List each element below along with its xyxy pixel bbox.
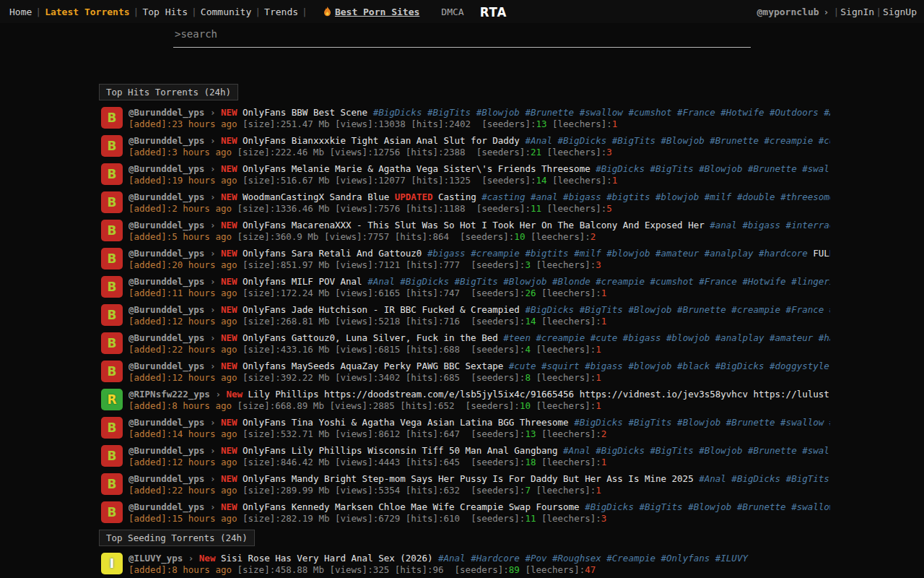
nav-top-hits[interactable]: Top Hits <box>139 7 191 17</box>
search-input[interactable]: >search <box>175 28 217 40</box>
torrent-tags[interactable]: #cute #squirt #bigass #blowjob #black #B… <box>509 361 830 371</box>
torrent-row[interactable]: B@Burunddel_yps › NEW OnlyFans Kennedy M… <box>101 501 924 525</box>
torrent-user[interactable]: @Burunddel_yps <box>128 361 204 371</box>
torrent-user[interactable]: @Burunddel_yps <box>128 445 204 456</box>
user-avatar[interactable]: R <box>101 389 123 410</box>
torrent-row[interactable]: R@RIPNsfw222_yps › New Lily Phillips htt… <box>101 389 924 412</box>
torrent-title[interactable]: OnlyFans MacarenaXXX - This Slut Was So … <box>243 220 705 230</box>
user-avatar[interactable]: B <box>101 417 123 439</box>
torrent-title[interactable]: OnlyFans Mandy Bright Step-mom Says Her … <box>243 473 694 484</box>
torrent-row[interactable]: B@Burunddel_yps › NEW OnlyFans Lily Phil… <box>101 445 924 468</box>
torrent-title[interactable]: OnlyFans Kennedy Marksen Chloe Mae Wife … <box>243 501 580 512</box>
torrent-tags[interactable]: #BigDicks #BigTits #Blowjob #Brunette #s… <box>585 501 830 512</box>
torrent-title[interactable]: Onlyfans MaySeeds AquaZay Perky PAWG BBC… <box>243 361 503 371</box>
torrent-title[interactable]: OnlyFans Gattouz0, Luna Silver, Fuck in … <box>243 332 498 343</box>
best-porn-sites-link[interactable]: Best Porn Sites <box>323 7 419 17</box>
site-brand[interactable]: @mypornclub <box>757 7 819 17</box>
torrent-tags[interactable]: #Anal #BigDicks #BigTits #Blowjob #Blond… <box>367 276 830 287</box>
user-avatar[interactable]: B <box>101 163 123 185</box>
torrent-title[interactable]: OnlyFans Jade Hutchison - IR BBC Fucked … <box>243 304 520 315</box>
torrent-user[interactable]: @Burunddel_yps <box>128 332 204 343</box>
user-avatar[interactable]: B <box>101 276 123 298</box>
torrent-row[interactable]: B@Burunddel_yps › NEW OnlyFans Melanie M… <box>101 163 924 186</box>
torrent-title[interactable]: WoodmanCastingX Sandra Blue <box>243 191 389 202</box>
torrent-title[interactable]: OnlyFans BBW Best Scene <box>243 107 367 118</box>
nav-trends[interactable]: Trends <box>261 7 302 17</box>
torrent-user[interactable]: @Burunddel_yps <box>128 276 204 287</box>
user-avatar[interactable]: B <box>101 332 123 354</box>
torrent-user[interactable]: @Burunddel_yps <box>128 501 204 512</box>
user-avatar[interactable]: B <box>101 220 123 241</box>
torrent-tags[interactable]: #bigass #creampie #bigtits #milf #blowjo… <box>427 248 808 259</box>
torrent-user[interactable]: @Burunddel_yps <box>128 220 204 230</box>
stat-leechers-value: 1 <box>601 288 607 298</box>
torrent-row[interactable]: B@Burunddel_yps › NEW OnlyFans Tina Yosh… <box>101 417 924 440</box>
torrent-row[interactable]: B@Burunddel_yps › NEW WoodmanCastingX Sa… <box>101 191 924 215</box>
torrent-user[interactable]: @Burunddel_yps <box>128 473 204 484</box>
torrent-title[interactable]: Onlyfans MILF POV Anal <box>243 276 362 287</box>
torrent-row[interactable]: B@Burunddel_yps › NEW OnlyFans Gattouz0,… <box>101 332 924 355</box>
torrent-stats-line: [added]:8 hours ago [size]:458.88 Mb [vi… <box>128 564 830 576</box>
torrent-user[interactable]: @Burunddel_yps <box>128 135 204 146</box>
torrent-title[interactable]: Onlyfans Sara Retali And Gattouz0 <box>243 248 422 259</box>
torrent-title[interactable]: OnlyFans Bianxxxkie Tight Asian Anal Slu… <box>243 135 520 146</box>
torrent-title[interactable]: Sisi Rose Has Very Hard Anal Sex (2026) <box>221 553 433 564</box>
user-avatar[interactable]: B <box>101 304 123 326</box>
torrent-title[interactable]: OnlyFans Lily Phillips Wisconsin Tiff 50… <box>243 445 558 456</box>
torrent-tags[interactable]: #BigDicks #BigTits #Blowjob #Brunette #s… <box>373 107 830 118</box>
torrent-tags[interactable]: #teen #creampie #cute #bigass #blowjob #… <box>503 332 830 343</box>
user-avatar[interactable]: B <box>101 191 123 213</box>
torrent-tags[interactable]: #BigDicks #BigTits #Blowjob #Brunette #s… <box>574 417 830 428</box>
stat-seeders-label: [seeders]: <box>471 316 525 327</box>
user-avatar[interactable]: B <box>101 445 123 467</box>
torrent-row[interactable]: B@Burunddel_yps › NEW OnlyFans Bianxxxki… <box>101 135 924 158</box>
stat-leechers-label: [leechers]: <box>541 288 601 298</box>
user-avatar[interactable]: B <box>101 135 123 157</box>
nav-home[interactable]: Home <box>6 7 35 17</box>
torrent-lines: @Burunddel_yps › NEW OnlyFans Melanie Ma… <box>128 163 830 186</box>
torrent-row[interactable]: I@ILUVY_yps › New Sisi Rose Has Very Har… <box>101 553 924 576</box>
torrent-tags[interactable]: #Anal #BigDicks #BigTits … <box>699 473 830 484</box>
torrent-tags[interactable]: #BigDicks #BigTits #Blowjob #Brunette #s… <box>596 163 830 174</box>
torrent-title[interactable]: OnlyFans Melanie Marie & Agatha Vega Sis… <box>243 163 590 174</box>
torrent-row[interactable]: B@Burunddel_yps › NEW OnlyFans Jade Hutc… <box>101 304 924 327</box>
nav-latest-torrents[interactable]: Latest Torrents <box>41 7 133 17</box>
torrent-row[interactable]: B@Burunddel_yps › NEW Onlyfans MILF POV … <box>101 276 924 299</box>
signup-button[interactable]: SignUp <box>881 7 918 17</box>
torrent-user[interactable]: @ILUVY_yps <box>128 553 183 564</box>
torrent-tags[interactable]: #Anal #Hardcore #Pov #Roughsex #Creampie… <box>438 553 748 564</box>
torrent-title[interactable]: FULL… <box>813 248 830 259</box>
torrent-tags[interactable]: #casting #anal #bigass #bigtits #blowjob… <box>481 191 830 202</box>
user-avatar[interactable]: B <box>101 361 123 382</box>
stat-added: [added]:20 hours ago <box>128 259 243 270</box>
torrent-row[interactable]: B@Burunddel_yps › NEW Onlyfans Sara Reta… <box>101 248 924 271</box>
nav-community[interactable]: Community <box>197 7 255 17</box>
user-avatar[interactable]: B <box>101 473 123 495</box>
stat-leechers-value: 1 <box>596 400 601 411</box>
torrent-user[interactable]: @Burunddel_yps <box>128 163 204 174</box>
dmca-link[interactable]: DMCA <box>441 7 463 17</box>
torrent-user[interactable]: @Burunddel_yps <box>128 107 204 118</box>
torrent-tags[interactable]: #BigDicks #BigTits #Blowjob #Brunette #c… <box>525 304 830 315</box>
user-avatar[interactable]: B <box>101 107 123 129</box>
torrent-tags[interactable]: #anal #bigass #interrac… <box>710 220 830 230</box>
user-avatar[interactable]: B <box>101 501 123 523</box>
torrent-user[interactable]: @Burunddel_yps <box>128 191 204 202</box>
torrent-user[interactable]: @RIPNsfw222_yps <box>128 389 210 400</box>
signin-button[interactable]: SignIn <box>839 7 876 17</box>
user-avatar[interactable]: B <box>101 248 123 269</box>
torrent-title[interactable]: OnlyFans Tina Yoshi & Agatha Vega Asian … <box>243 417 569 428</box>
torrent-tags[interactable]: #Anal #BigDicks #BigTits #Blowjob #Brune… <box>525 135 830 146</box>
torrent-title[interactable]: Lily Phillips https://doodstream.com/e/l… <box>248 389 830 400</box>
torrent-tags[interactable]: #Anal #BigDicks #BigTits #Blowjob #Brune… <box>563 445 830 456</box>
torrent-row[interactable]: B@Burunddel_yps › NEW Onlyfans MaySeeds … <box>101 361 924 384</box>
torrent-row[interactable]: B@Burunddel_yps › NEW OnlyFans MacarenaX… <box>101 220 924 243</box>
torrent-user[interactable]: @Burunddel_yps <box>128 304 204 315</box>
torrent-row[interactable]: B@Burunddel_yps › NEW OnlyFans BBW Best … <box>101 107 924 130</box>
torrent-row[interactable]: B@Burunddel_yps › NEW OnlyFans Mandy Bri… <box>101 473 924 496</box>
torrent-title[interactable]: Casting <box>438 191 476 202</box>
torrent-user[interactable]: @Burunddel_yps <box>128 417 204 428</box>
user-avatar[interactable]: I <box>101 553 123 574</box>
torrent-user[interactable]: @Burunddel_yps <box>128 248 204 259</box>
search-bar[interactable]: >search <box>173 25 751 48</box>
